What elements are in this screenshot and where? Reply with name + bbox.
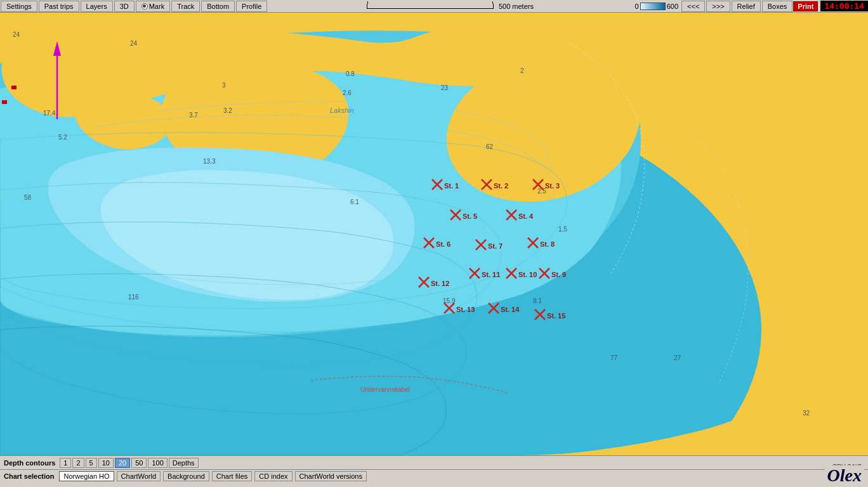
cable-label: Undervannskabel: [360, 386, 410, 393]
svg-text:St. 11: St. 11: [482, 271, 500, 278]
svg-text:62: 62: [486, 143, 494, 150]
chart-files-button[interactable]: Chart files: [212, 471, 253, 481]
past-trips-button[interactable]: Past trips: [39, 1, 79, 12]
svg-text:32: 32: [803, 410, 810, 417]
nav-left-button[interactable]: <<<: [681, 1, 705, 12]
svg-text:St. 14: St. 14: [501, 306, 520, 313]
mark-button[interactable]: Mark: [136, 1, 170, 12]
depth-min: 0: [635, 3, 639, 10]
svg-text:St. 6: St. 6: [436, 240, 450, 248]
svg-text:1.5: 1.5: [558, 226, 567, 233]
svg-text:St. 9: St. 9: [551, 271, 566, 278]
time-display: 14:00:14: [820, 1, 868, 11]
svg-text:0.8: 0.8: [346, 70, 355, 77]
location-label: Lakshin: [330, 107, 354, 114]
nav-right-button[interactable]: >>>: [706, 1, 730, 12]
contour-2-button[interactable]: 2: [72, 458, 84, 468]
svg-text:17.4: 17.4: [43, 110, 56, 117]
profile-button[interactable]: Profile: [236, 1, 267, 12]
svg-text:St. 1: St. 1: [444, 182, 459, 190]
svg-text:2.6: 2.6: [343, 89, 352, 96]
contour-1-button[interactable]: 1: [60, 458, 71, 468]
svg-rect-32: [11, 86, 16, 89]
toolbar: Settings Past trips Layers 3D Mark Track…: [0, 0, 868, 13]
depth-contours-label: Depth contours: [4, 459, 55, 467]
svg-text:116: 116: [128, 294, 139, 301]
3d-button[interactable]: 3D: [114, 1, 135, 12]
svg-text:St. 8: St. 8: [540, 240, 555, 248]
depth-indicator: 0 600: [635, 3, 678, 10]
svg-text:St. 5: St. 5: [463, 212, 477, 220]
scale-label: 500 meters: [499, 3, 534, 10]
svg-text:St. 13: St. 13: [456, 306, 475, 313]
contour-10-button[interactable]: 10: [98, 458, 114, 468]
svg-text:77: 77: [610, 354, 618, 361]
contour-5-button[interactable]: 5: [86, 458, 97, 468]
svg-text:3.2: 3.2: [223, 107, 232, 114]
mark-radio-icon: [141, 3, 148, 10]
svg-text:3: 3: [222, 82, 226, 89]
bottom-bar: Depth contours 1 2 5 10 20 50 100 Depths…: [0, 455, 868, 487]
svg-text:24: 24: [130, 40, 138, 47]
bottom-button[interactable]: Bottom: [201, 1, 235, 12]
chart-chartworld-versions-button[interactable]: ChartWorld versions: [295, 471, 367, 481]
contour-50-button[interactable]: 50: [131, 458, 147, 468]
contour-20-button[interactable]: 20: [115, 458, 130, 468]
chart-background-button[interactable]: Background: [163, 471, 209, 481]
svg-text:St. 2: St. 2: [494, 182, 508, 190]
scale-line: [367, 4, 494, 9]
depth-max: 600: [667, 3, 678, 10]
depth-contours-row: Depth contours 1 2 5 10 20 50 100 Depths: [0, 456, 868, 470]
svg-text:St. 4: St. 4: [518, 212, 534, 220]
boxes-button[interactable]: Boxes: [762, 1, 793, 12]
contour-100-button[interactable]: 100: [148, 458, 167, 468]
chart-cd-index-button[interactable]: CD index: [254, 471, 292, 481]
olex-logo: Olex: [825, 465, 864, 486]
svg-text:St. 12: St. 12: [431, 280, 449, 287]
svg-text:St. 15: St. 15: [547, 312, 565, 320]
svg-text:St. 3: St. 3: [545, 182, 560, 190]
track-button[interactable]: Track: [171, 1, 200, 12]
svg-rect-31: [2, 100, 7, 104]
settings-button[interactable]: Settings: [1, 1, 37, 12]
print-button[interactable]: Print: [793, 1, 818, 11]
map-svg: 24 24 0.8 3 2.6 23 2 17.4 3.7 3.2 5.2 13…: [0, 13, 868, 455]
svg-text:23: 23: [441, 84, 449, 91]
chart-selection-row: Chart selection Norwegian HO ChartWorld …: [0, 470, 868, 483]
svg-text:13.3: 13.3: [203, 158, 216, 165]
svg-text:6.1: 6.1: [350, 198, 359, 205]
scale-bar: 500 meters: [268, 3, 632, 10]
chart-chartworld-button[interactable]: ChartWorld: [117, 471, 161, 481]
map-area[interactable]: 24 24 0.8 3 2.6 23 2 17.4 3.7 3.2 5.2 13…: [0, 13, 868, 455]
svg-text:5.2: 5.2: [58, 134, 67, 141]
svg-text:St. 10: St. 10: [518, 271, 537, 278]
svg-text:2: 2: [520, 67, 524, 74]
chart-norwegian-ho-button[interactable]: Norwegian HO: [59, 471, 114, 481]
svg-text:8.1: 8.1: [533, 297, 542, 304]
depth-bar: [640, 3, 666, 10]
svg-text:58: 58: [24, 194, 32, 201]
relief-button[interactable]: Relief: [732, 1, 761, 12]
svg-text:27: 27: [674, 354, 681, 361]
svg-text:24: 24: [13, 31, 20, 38]
chart-selection-label: Chart selection: [4, 472, 54, 480]
contour-depths-button[interactable]: Depths: [169, 458, 199, 468]
layers-button[interactable]: Layers: [81, 1, 113, 12]
svg-text:3.7: 3.7: [189, 112, 198, 119]
svg-text:St. 7: St. 7: [488, 242, 503, 250]
